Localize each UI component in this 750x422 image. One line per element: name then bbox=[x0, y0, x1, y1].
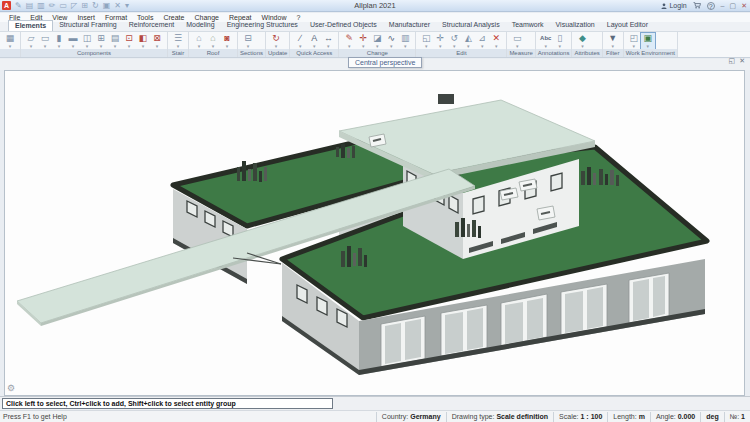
dropdown-caret-icon[interactable]: ▾ bbox=[128, 44, 131, 49]
dropdown-caret-icon[interactable]: ▾ bbox=[142, 44, 145, 49]
close-doc-icon[interactable]: ✕ bbox=[114, 1, 121, 11]
dropdown-caret-icon[interactable]: ▾ bbox=[581, 44, 584, 49]
recess-icon[interactable]: ⊠ ▾ bbox=[150, 33, 164, 49]
dropdown-caret-icon[interactable]: ▾ bbox=[495, 44, 498, 49]
dropdown-caret-icon[interactable]: ▾ bbox=[156, 44, 159, 49]
offset-icon[interactable]: ✛ ▾ bbox=[356, 33, 370, 49]
dropdown-caret-icon[interactable]: ▾ bbox=[275, 44, 278, 49]
model-3d[interactable] bbox=[5, 71, 745, 396]
update-3d-icon[interactable]: ↻ ▾ bbox=[269, 33, 283, 49]
dimension-icon[interactable]: ↔ ▾ bbox=[321, 33, 335, 49]
cart-icon[interactable] bbox=[693, 2, 701, 9]
copy-icon[interactable]: ◱ ▾ bbox=[419, 33, 433, 49]
ribbon-tab[interactable]: Modeling bbox=[180, 20, 220, 31]
viewport-gear-icon[interactable]: ⚙ bbox=[7, 384, 15, 393]
dropdown-caret-icon[interactable]: ▾ bbox=[453, 44, 456, 49]
comment-icon[interactable]: ▭ bbox=[60, 1, 68, 11]
edit-opening-icon[interactable]: ◪ ▾ bbox=[370, 33, 384, 49]
stair-icon[interactable]: ☰ ▾ bbox=[171, 33, 185, 49]
status-cell[interactable]: Length: m bbox=[607, 412, 650, 422]
beam-grid-icon[interactable]: ▤ ▾ bbox=[108, 33, 122, 49]
dropdown-caret-icon[interactable]: ▾ bbox=[481, 44, 484, 49]
dropdown-caret-icon[interactable]: ▾ bbox=[376, 44, 379, 49]
dropdown-caret-icon[interactable]: ▾ bbox=[633, 44, 636, 49]
allplan-logo-icon[interactable]: A bbox=[2, 1, 11, 10]
status-cell[interactable]: Drawing type: Scale definition bbox=[446, 412, 553, 422]
annotate-icon[interactable]: Abc ▾ bbox=[539, 33, 553, 49]
ribbon-tab[interactable]: Structural Analysis bbox=[436, 20, 506, 31]
window-opening-icon[interactable]: ⊞ ▾ bbox=[94, 33, 108, 49]
status-cell[interactable]: Angle: 0.000 bbox=[650, 412, 700, 422]
dropdown-caret-icon[interactable]: ▾ bbox=[212, 44, 215, 49]
status-cell[interactable]: Scale: 1 : 100 bbox=[553, 412, 607, 422]
plot-layout-icon[interactable]: ◰ ▾ bbox=[627, 33, 641, 49]
mirror-icon[interactable]: ◭ ▾ bbox=[461, 33, 475, 49]
dropdown-caret-icon[interactable]: ▾ bbox=[198, 44, 201, 49]
window-icon[interactable]: ▣ bbox=[103, 1, 111, 11]
text-icon[interactable]: A ▾ bbox=[307, 33, 321, 49]
dropdown-caret-icon[interactable]: ▾ bbox=[9, 44, 12, 49]
ribbon-tab[interactable]: Reinforcement bbox=[123, 20, 181, 31]
status-cell[interactable]: deg bbox=[700, 412, 723, 422]
viewport-float-icon[interactable]: ◱ bbox=[729, 57, 736, 65]
downstand-beam-icon[interactable]: ▬ ▾ bbox=[66, 33, 80, 49]
rotate-icon[interactable]: ↺ ▾ bbox=[447, 33, 461, 49]
roof-covering-icon[interactable]: ⌂ ▾ bbox=[206, 33, 220, 49]
viewport-icon[interactable]: ⊞ bbox=[81, 1, 88, 11]
slab-icon[interactable]: ▭ ▾ bbox=[38, 33, 52, 49]
dropdown-caret-icon[interactable]: ▾ bbox=[558, 44, 561, 49]
refresh-icon[interactable]: ↻ bbox=[92, 1, 99, 11]
palette-icon[interactable]: ▤ bbox=[26, 1, 34, 11]
dropdown-caret-icon[interactable]: ▾ bbox=[299, 44, 302, 49]
ribbon-tab[interactable]: Layout Editor bbox=[601, 20, 654, 31]
dropdown-caret-icon[interactable]: ▾ bbox=[439, 44, 442, 49]
close-button[interactable]: ✕ bbox=[741, 2, 747, 10]
fillet-icon[interactable]: ✎ ▾ bbox=[342, 33, 356, 49]
dropdown-caret-icon[interactable]: ▾ bbox=[114, 44, 117, 49]
match-properties-icon[interactable]: ▥ ▾ bbox=[398, 33, 412, 49]
ribbon-tab[interactable]: Manufacturer bbox=[383, 20, 436, 31]
viewport-close-icon[interactable]: ✕ bbox=[739, 57, 745, 65]
wall-icon[interactable]: ▱ ▾ bbox=[24, 33, 38, 49]
dropdown-caret-icon[interactable]: ▾ bbox=[247, 44, 250, 49]
dropdown-caret-icon[interactable]: ▾ bbox=[86, 44, 89, 49]
dropdown-caret-icon[interactable]: ▾ bbox=[327, 44, 330, 49]
smart-window-icon[interactable]: ⊡ ▾ bbox=[122, 33, 136, 49]
qat-caret-icon[interactable]: ▾ bbox=[125, 1, 129, 11]
dropdown-caret-icon[interactable]: ▾ bbox=[72, 44, 75, 49]
save-icon[interactable]: ▥ bbox=[37, 1, 45, 11]
dropdown-caret-icon[interactable]: ▾ bbox=[30, 44, 33, 49]
dropdown-caret-icon[interactable]: ▾ bbox=[226, 44, 229, 49]
column-icon[interactable]: ▮ ▾ bbox=[52, 33, 66, 49]
dropdown-caret-icon[interactable]: ▾ bbox=[404, 44, 407, 49]
dropdown-caret-icon[interactable]: ▾ bbox=[647, 44, 650, 49]
ribbon-tab[interactable]: Engineering Structures bbox=[221, 20, 304, 31]
edit-doc-icon[interactable]: ✏ bbox=[49, 1, 56, 11]
dropdown-caret-icon[interactable]: ▾ bbox=[467, 44, 470, 49]
label-icon[interactable]: ▯ ▾ bbox=[553, 33, 567, 49]
dropdown-caret-icon[interactable]: ▾ bbox=[313, 44, 316, 49]
section-icon[interactable]: ⊟ ▾ bbox=[241, 33, 255, 49]
filter-icon[interactable]: ▼ ▾ bbox=[606, 33, 620, 49]
ribbon-tab[interactable]: Visualization bbox=[550, 20, 601, 31]
status-cell[interactable]: №: 1 bbox=[724, 412, 750, 422]
dropdown-caret-icon[interactable]: ▾ bbox=[348, 44, 351, 49]
smart-door-icon[interactable]: ◧ ▾ bbox=[136, 33, 150, 49]
dropdown-caret-icon[interactable]: ▾ bbox=[612, 44, 615, 49]
help-icon[interactable]: ? bbox=[707, 2, 715, 10]
dropdown-caret-icon[interactable]: ▾ bbox=[390, 44, 393, 49]
maximize-button[interactable]: ▢ bbox=[730, 2, 737, 10]
dropdown-caret-icon[interactable]: ▾ bbox=[177, 44, 180, 49]
ribbon-tab[interactable]: Teamwork bbox=[506, 20, 550, 31]
ribbon-tab[interactable]: Elements bbox=[8, 20, 53, 31]
prompt-message[interactable]: Click left to select, Ctrl+click to add,… bbox=[2, 398, 333, 409]
dropdown-caret-icon[interactable]: ▾ bbox=[44, 44, 47, 49]
select-icon[interactable]: ◸ bbox=[71, 1, 77, 11]
match-icon[interactable]: ✎ bbox=[15, 1, 22, 11]
roof-frame-icon[interactable]: ⌂ ▾ bbox=[192, 33, 206, 49]
viewport-cube-icon[interactable]: ▦ ▾ bbox=[3, 33, 17, 49]
move-icon[interactable]: ✛ ▾ bbox=[433, 33, 447, 49]
skylight-icon[interactable]: ◙ ▾ bbox=[220, 33, 234, 49]
dropdown-caret-icon[interactable]: ▾ bbox=[425, 44, 428, 49]
minimize-button[interactable]: – bbox=[721, 2, 725, 10]
